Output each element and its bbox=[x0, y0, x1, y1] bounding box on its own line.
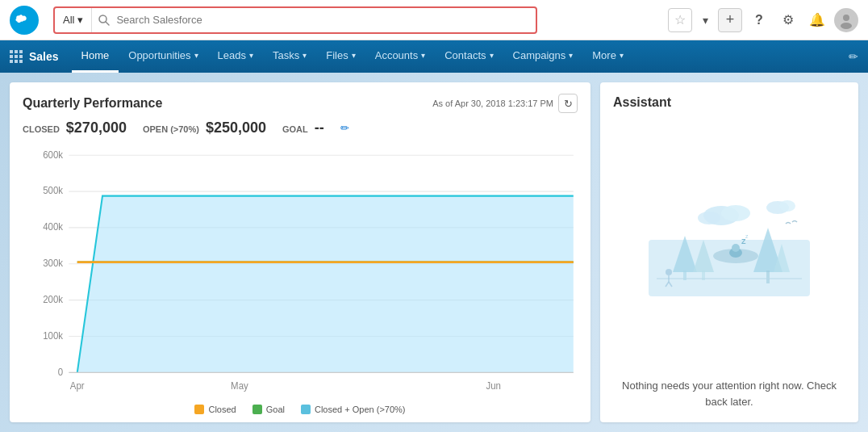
chart-legend: Closed Goal Closed + Open (>70%) bbox=[23, 405, 578, 414]
svg-rect-8 bbox=[10, 55, 13, 58]
open-metric: OPEN (>70%) $250,000 bbox=[143, 120, 266, 136]
closed-value: $270,000 bbox=[66, 120, 127, 136]
search-input[interactable] bbox=[116, 14, 536, 26]
svg-text:200k: 200k bbox=[43, 294, 63, 306]
top-bar-actions: ☆ ▾ + ? ⚙ 🔔 bbox=[668, 8, 858, 32]
chart-area: 600k 500k 400k 300k 200k 100k 0 Apr May … bbox=[23, 146, 578, 400]
assistant-svg: Z z bbox=[649, 191, 810, 296]
chart-metrics: CLOSED $270,000 OPEN (>70%) $250,000 GOA… bbox=[23, 120, 578, 136]
star-icon-btn[interactable]: ☆ bbox=[668, 8, 692, 32]
nav-item-accounts[interactable]: Accounts ▾ bbox=[365, 40, 435, 73]
svg-point-44 bbox=[721, 205, 750, 221]
svg-text:Jun: Jun bbox=[486, 380, 501, 392]
chart-svg: 600k 500k 400k 300k 200k 100k 0 Apr May … bbox=[23, 146, 578, 400]
goal-value: -- bbox=[315, 120, 324, 136]
svg-text:Apr: Apr bbox=[70, 380, 85, 392]
svg-point-47 bbox=[779, 200, 795, 212]
help-btn[interactable]: ? bbox=[747, 8, 771, 32]
nav-bar: Sales Home Opportunities ▾ Leads ▾ Tasks… bbox=[0, 40, 868, 73]
svg-rect-9 bbox=[15, 55, 18, 58]
svg-text:600k: 600k bbox=[43, 149, 63, 161]
nav-item-tasks[interactable]: Tasks ▾ bbox=[263, 40, 316, 73]
closed-label: CLOSED bbox=[23, 124, 60, 134]
legend-closed-dot bbox=[194, 405, 204, 414]
nav-grid-icon[interactable] bbox=[10, 50, 23, 63]
nav-item-more[interactable]: More ▾ bbox=[582, 40, 633, 73]
main-content: Quarterly Performance As of Apr 30, 2018… bbox=[0, 73, 868, 432]
svg-point-54 bbox=[666, 269, 672, 275]
svg-point-45 bbox=[698, 212, 720, 224]
svg-rect-41 bbox=[766, 271, 770, 283]
salesforce-logo[interactable] bbox=[10, 6, 39, 35]
svg-text:May: May bbox=[231, 380, 248, 392]
notifications-btn[interactable]: 🔔 bbox=[805, 8, 829, 32]
legend-closed: Closed bbox=[194, 405, 236, 414]
legend-goal-dot bbox=[252, 405, 262, 414]
legend-goal-label: Goal bbox=[266, 405, 285, 414]
search-chevron-icon: ▾ bbox=[77, 14, 83, 26]
svg-text:z: z bbox=[745, 233, 749, 239]
svg-text:400k: 400k bbox=[43, 221, 63, 233]
timestamp-text: As of Apr 30, 2018 1:23:17 PM bbox=[432, 99, 553, 108]
open-label: OPEN (>70%) bbox=[143, 124, 199, 134]
legend-open-label: Closed + Open (>70%) bbox=[315, 405, 406, 414]
nav-item-home[interactable]: Home bbox=[72, 40, 119, 73]
add-btn[interactable]: + bbox=[718, 8, 742, 32]
svg-rect-10 bbox=[19, 55, 23, 58]
user-avatar[interactable] bbox=[834, 8, 858, 32]
goal-label: GOAL bbox=[282, 124, 308, 134]
top-bar: All ▾ ☆ ▾ + ? ⚙ 🔔 bbox=[0, 0, 868, 40]
nav-app-name: Sales bbox=[29, 50, 59, 63]
svg-text:500k: 500k bbox=[43, 185, 63, 197]
assistant-illustration: Z z bbox=[613, 120, 845, 368]
assistant-message: Nothing needs your attention right now. … bbox=[613, 378, 845, 409]
nav-item-contacts[interactable]: Contacts ▾ bbox=[435, 40, 503, 73]
svg-point-50 bbox=[732, 244, 740, 252]
goal-metric: GOAL -- bbox=[282, 120, 324, 136]
search-all-label: All bbox=[63, 14, 74, 26]
svg-text:100k: 100k bbox=[43, 329, 63, 342]
chart-card: Quarterly Performance As of Apr 30, 2018… bbox=[10, 82, 590, 422]
search-icon bbox=[92, 15, 116, 26]
svg-rect-5 bbox=[10, 50, 13, 53]
svg-point-4 bbox=[841, 23, 852, 29]
nav-edit-icon[interactable]: ✏ bbox=[849, 50, 858, 63]
svg-rect-12 bbox=[15, 60, 18, 63]
svg-point-3 bbox=[843, 15, 849, 21]
settings-btn[interactable]: ⚙ bbox=[776, 8, 800, 32]
assistant-title: Assistant bbox=[613, 95, 845, 110]
svg-rect-11 bbox=[10, 60, 13, 63]
legend-open-dot bbox=[301, 405, 311, 414]
svg-rect-13 bbox=[19, 60, 23, 63]
search-bar[interactable]: All ▾ bbox=[53, 6, 537, 34]
nav-item-leads[interactable]: Leads ▾ bbox=[208, 40, 263, 73]
legend-goal: Goal bbox=[252, 405, 285, 414]
closed-metric: CLOSED $270,000 bbox=[23, 120, 127, 136]
refresh-button[interactable]: ↻ bbox=[558, 94, 578, 113]
search-all-dropdown[interactable]: All ▾ bbox=[55, 8, 92, 32]
dropdown-btn[interactable]: ▾ bbox=[697, 8, 713, 32]
nav-item-opportunities[interactable]: Opportunities ▾ bbox=[119, 40, 207, 73]
open-value: $250,000 bbox=[206, 120, 266, 136]
assistant-card: Assistant bbox=[600, 82, 858, 422]
chart-timestamp: As of Apr 30, 2018 1:23:17 PM ↻ bbox=[432, 94, 578, 113]
svg-marker-31 bbox=[77, 196, 574, 373]
chart-header: Quarterly Performance As of Apr 30, 2018… bbox=[23, 94, 578, 113]
legend-closed-label: Closed bbox=[208, 405, 236, 414]
legend-open: Closed + Open (>70%) bbox=[301, 405, 406, 414]
nav-item-files[interactable]: Files ▾ bbox=[316, 40, 365, 73]
svg-rect-7 bbox=[19, 50, 23, 53]
goal-edit-icon[interactable]: ✏ bbox=[340, 122, 349, 134]
svg-text:0: 0 bbox=[58, 366, 64, 378]
chart-title: Quarterly Performance bbox=[23, 96, 162, 111]
svg-rect-6 bbox=[15, 50, 18, 53]
svg-text:300k: 300k bbox=[43, 258, 63, 270]
svg-line-1 bbox=[106, 22, 109, 25]
nav-item-campaigns[interactable]: Campaigns ▾ bbox=[503, 40, 583, 73]
